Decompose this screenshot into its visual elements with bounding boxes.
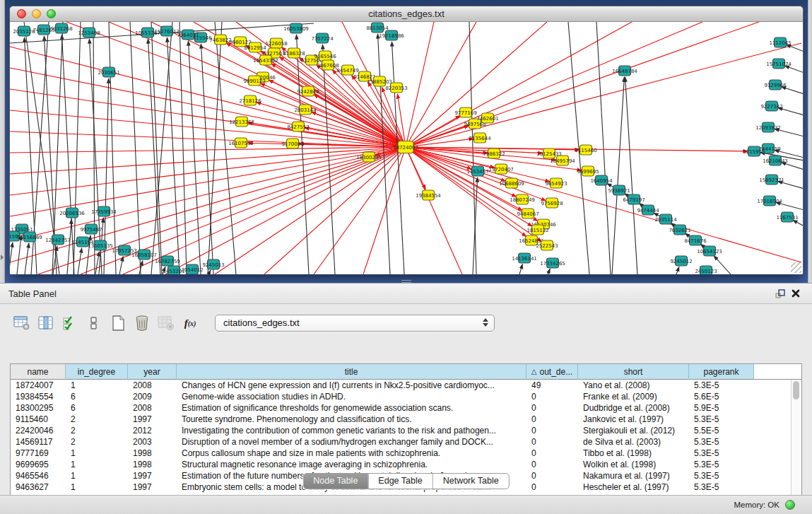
graph-node[interactable]: 9245012 <box>670 256 692 266</box>
graph-node[interactable]: 20206536 <box>59 208 85 218</box>
cell-out_de[interactable]: 0 <box>526 448 578 459</box>
column-header-in_degree[interactable]: in_degree <box>66 364 128 380</box>
cell-in_degree[interactable]: 1 <box>66 470 128 481</box>
graph-node[interactable]: 9329966 <box>764 80 787 90</box>
graph-node[interactable]: 16648784 <box>612 66 637 76</box>
cell-out_de[interactable]: 49 <box>526 380 578 391</box>
graph-node[interactable]: 7632621 <box>669 225 690 235</box>
cell-name[interactable]: 9699695 <box>11 459 66 470</box>
cell-title[interactable]: Changes of HCN gene expression and I(f) … <box>177 380 526 391</box>
cell-pagerank[interactable]: 5.3E-5 <box>689 459 754 470</box>
table-row[interactable]: 977716911998Corpus callosum shape and si… <box>11 448 801 459</box>
network-view-window[interactable]: citations_edges.txt 74638228660123891295… <box>9 6 804 274</box>
expand-left-panel-icon[interactable] <box>1 255 4 260</box>
graph-node[interactable]: 5938921 <box>608 185 630 195</box>
graph-node[interactable]: 9115460 <box>575 145 596 155</box>
cell-in_degree[interactable]: 1 <box>66 481 128 493</box>
cell-short[interactable]: Tibbo et al. (1998) <box>578 448 689 459</box>
cell-short[interactable]: Dudbridge et al. (2008) <box>578 402 689 414</box>
function-builder-icon[interactable]: f(x) <box>180 314 201 332</box>
cell-year[interactable]: 1998 <box>128 448 177 459</box>
cell-out_de[interactable]: 0 <box>526 391 578 402</box>
delete-columns-icon[interactable] <box>155 314 177 332</box>
cell-pagerank[interactable]: 5.3E-5 <box>689 380 754 391</box>
close-panel-icon[interactable] <box>788 286 804 300</box>
table-row[interactable]: 1830029562008Estimation of significance … <box>11 402 801 414</box>
cell-short[interactable]: Nakamura et al. (1997) <box>578 470 689 481</box>
graph-node[interactable]: 14136141 <box>512 253 537 263</box>
graph-node[interactable]: 12093832 <box>755 122 781 132</box>
graph-node[interactable]: 2030651 <box>98 67 119 77</box>
graph-node[interactable]: 7463822 <box>209 35 231 45</box>
table-row[interactable]: 1872400712008Changes of HCN gene express… <box>11 380 801 391</box>
cell-out_de[interactable]: 0 <box>526 470 578 481</box>
graph-node[interactable]: 9474444 <box>637 205 659 215</box>
cell-year[interactable]: 2008 <box>128 380 177 391</box>
memory-status-icon[interactable] <box>785 500 795 510</box>
tab-edge-table[interactable]: Edge Table <box>368 474 433 489</box>
graph-node[interactable]: 8813054 <box>366 23 389 33</box>
table-row[interactable]: 1456911722003Disruption of a novel membe… <box>11 436 801 448</box>
cell-in_degree[interactable]: 6 <box>66 391 128 402</box>
cell-name[interactable]: 22420046 <box>11 425 66 436</box>
column-header-year[interactable]: year <box>128 364 177 380</box>
graph-node[interactable]: 1640954 <box>590 175 613 185</box>
cell-title[interactable]: Investigating the contribution of common… <box>177 425 526 436</box>
cell-short[interactable]: Jankovic et al. (1997) <box>578 414 689 425</box>
cell-in_degree[interactable]: 6 <box>66 402 128 414</box>
table-row[interactable]: 969969511998Structural magnetic resonanc… <box>11 459 801 470</box>
cell-year[interactable]: 2003 <box>128 436 177 448</box>
cell-year[interactable]: 1997 <box>128 470 177 481</box>
cell-in_degree[interactable]: 2 <box>66 425 128 436</box>
right-panel-gripper[interactable] <box>808 0 812 283</box>
cell-title[interactable]: Disruption of a novel member of a sodium… <box>177 436 526 448</box>
network-window-titlebar[interactable]: citations_edges.txt <box>10 6 803 22</box>
graph-node[interactable]: 6479197 <box>623 194 645 204</box>
cell-title[interactable]: Corpus callosum shape and size in male p… <box>177 448 526 459</box>
graph-node[interactable]: 17016504 <box>757 196 782 206</box>
show-columns-icon[interactable] <box>35 314 57 332</box>
graph-node[interactable]: 12213363 <box>229 117 254 127</box>
table-options-icon[interactable] <box>11 314 33 332</box>
graph-node[interactable]: 9484067 <box>517 209 539 218</box>
scrollbar-thumb[interactable] <box>793 381 799 399</box>
graph-node[interactable]: 17359934 <box>91 206 117 216</box>
cell-title[interactable]: Genome-wide association studies in ADHD. <box>177 391 526 402</box>
delete-table-icon[interactable] <box>131 314 153 332</box>
graph-node[interactable]: 9227342 <box>760 101 782 111</box>
table-row[interactable]: 1938455462009Genome-wide association stu… <box>11 391 801 402</box>
column-header-short[interactable]: short <box>578 364 689 380</box>
cell-year[interactable]: 2012 <box>128 425 177 436</box>
graph-node[interactable]: 8471676 <box>684 235 707 245</box>
graph-node[interactable]: 12342757 <box>45 235 71 245</box>
cell-name[interactable]: 9777169 <box>11 448 66 459</box>
left-panel-gripper[interactable] <box>0 0 5 283</box>
float-panel-icon[interactable] <box>772 286 788 300</box>
cell-pagerank[interactable]: 5.9E-5 <box>689 402 754 414</box>
graph-node[interactable]: 19384554 <box>416 190 441 200</box>
cell-in_degree[interactable]: 2 <box>66 436 128 448</box>
cell-pagerank[interactable]: 5.3E-5 <box>689 414 754 425</box>
cell-year[interactable]: 2009 <box>128 391 177 402</box>
cell-out_de[interactable]: 0 <box>526 425 578 436</box>
window-resize-grip[interactable] <box>791 262 801 273</box>
graph-node[interactable]: 1167531 <box>776 212 798 222</box>
cell-in_degree[interactable]: 1 <box>66 459 128 470</box>
column-header-out_de[interactable]: △out_de... <box>526 364 578 380</box>
cell-out_de[interactable]: 0 <box>526 402 578 414</box>
graph-node[interactable]: 15692371 <box>759 175 784 185</box>
graph-node[interactable]: 2935114 <box>654 214 677 224</box>
minimize-window-icon[interactable] <box>32 9 41 18</box>
select-all-icon[interactable] <box>59 314 81 332</box>
cell-year[interactable]: 1997 <box>128 414 177 425</box>
cell-out_de[interactable]: 0 <box>526 414 578 425</box>
column-header-pagerank[interactable]: pagerank <box>689 364 754 380</box>
graph-node[interactable]: 9777169 <box>454 107 476 117</box>
cell-short[interactable]: Hescheler et al. (1997) <box>578 481 689 493</box>
column-header-name[interactable]: name <box>11 364 66 380</box>
graph-node[interactable]: 8186328 <box>283 48 305 58</box>
graph-node[interactable]: 2450123 <box>695 266 717 274</box>
graph-node[interactable]: 1253408 <box>78 28 100 37</box>
cell-pagerank[interactable]: 5.5E-5 <box>689 425 754 436</box>
cell-in_degree[interactable]: 1 <box>66 380 128 391</box>
